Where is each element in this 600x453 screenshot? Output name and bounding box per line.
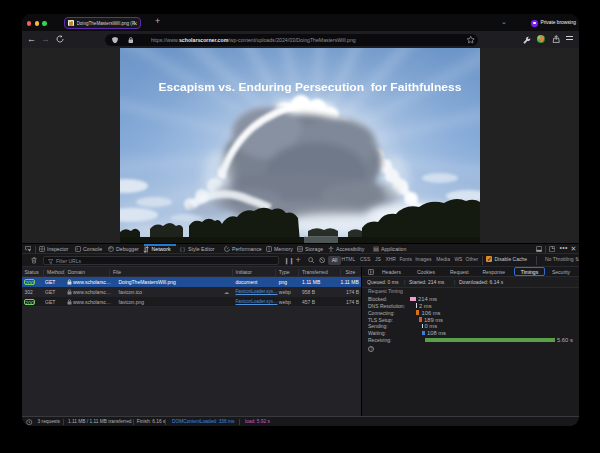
svg-text:Escapism vs. Enduring Persecut: Escapism vs. Enduring Persecution for Fa… <box>159 80 462 93</box>
